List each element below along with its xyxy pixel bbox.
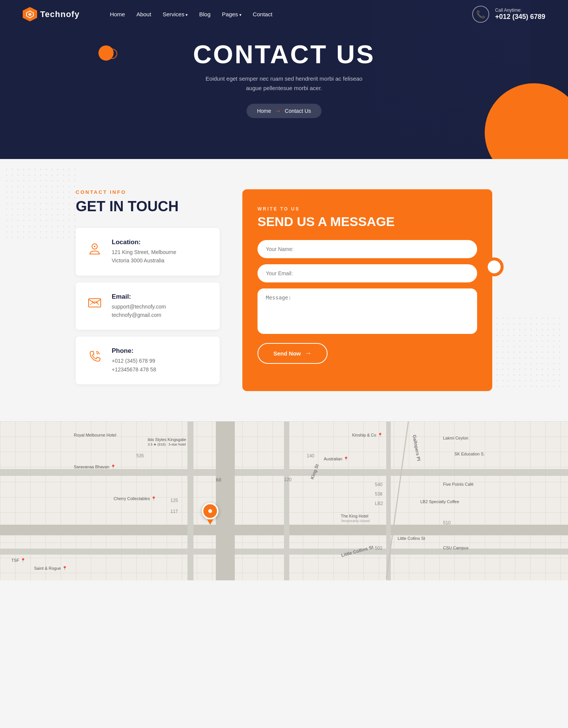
phone-card: Phone: +012 (345) 678 99+12345678 478 58: [76, 337, 220, 384]
location-icon: [85, 239, 104, 257]
email-icon: [85, 293, 104, 312]
submit-arrow-icon: →: [305, 349, 312, 357]
phone-card-icon: [85, 347, 104, 366]
form-small-label: WRITE TO US: [257, 206, 477, 212]
svg-point-1: [94, 246, 95, 247]
map-place-five-points: Five Points Café: [443, 482, 474, 486]
message-input[interactable]: [257, 288, 477, 334]
map-place-sk: SK Education S.: [454, 452, 485, 456]
map-place-saint: Saint & Rogue 📍: [34, 566, 67, 571]
nav-right: 📞 Call Anytime: +012 (345) 6789: [472, 6, 545, 23]
map-place-king-hotel: The King HotelTemporarily closed: [341, 514, 370, 523]
phone-number: +012 (345) 6789: [495, 13, 545, 20]
map-number-117: 117: [170, 509, 178, 514]
map-number-140: 140: [307, 453, 314, 458]
map-background: Royal Melbourne Hotel Saravanaa Bhavan 📍…: [0, 421, 568, 580]
nav-about[interactable]: About: [136, 11, 151, 17]
form-heading: SEND US A MESSAGE: [257, 215, 477, 229]
submit-label: Send Now: [273, 350, 301, 357]
map-place-lb2: LB2 Specialty Coffee: [420, 499, 459, 504]
map-number-lb2: LB2: [375, 501, 383, 506]
breadcrumb-current: Contact Us: [285, 108, 311, 114]
email-addresses: support@technofy.comtechnofy@gmail.com: [112, 302, 166, 320]
map-place-cherry: Cherry Collectables 📍: [114, 496, 156, 501]
logo-icon: [23, 7, 37, 22]
breadcrumb-home[interactable]: Home: [257, 108, 271, 114]
name-input[interactable]: [257, 240, 477, 258]
orange-circle-decoration: [485, 257, 504, 276]
map-place-tsf: TSF 📍: [11, 558, 26, 563]
hero-title: CONTACT US: [193, 41, 375, 67]
map-place-saravanaa: Saravanaa Bhavan 📍: [74, 465, 116, 469]
call-anytime-label: Call Anytime:: [495, 8, 545, 13]
nav-contact[interactable]: Contact: [253, 11, 273, 17]
breadcrumb-separator: →: [275, 108, 281, 114]
contact-inner: CONTACT INFO GET IN TOUCH Location: 121 …: [76, 189, 492, 391]
hero-small-circle-ring: [107, 48, 117, 59]
nav-services[interactable]: Services: [162, 11, 188, 17]
hero-content: CONTACT US Eoidunt eget semper nec ruam …: [193, 41, 375, 118]
map-number-120: 120: [284, 477, 292, 482]
email-input[interactable]: [257, 264, 477, 282]
map-main-marker[interactable]: [202, 503, 218, 525]
map-number-540: 540: [375, 482, 382, 487]
contact-section-label: CONTACT INFO: [76, 189, 220, 195]
map-number-510: 510: [443, 520, 451, 525]
nav-phone-block: Call Anytime: +012 (345) 6789: [495, 8, 545, 21]
phone-numbers: +012 (345) 678 99+12345678 478 58: [112, 357, 156, 374]
nav-pages[interactable]: Pages: [222, 11, 242, 17]
map-number-538: 538: [375, 491, 382, 497]
contact-heading: GET IN TOUCH: [76, 199, 220, 215]
map-place-csu: CSU Campus: [443, 546, 468, 550]
logo[interactable]: Technofy: [23, 7, 80, 22]
email-card: Email: support@technofy.comtechnofy@gmai…: [76, 282, 220, 330]
map-number-502: 502: [375, 546, 382, 551]
location-address: 121 King Street, MelbourneVictoria 3000 …: [112, 248, 176, 265]
phone-title: Phone:: [112, 347, 156, 355]
location-title: Location:: [112, 239, 176, 246]
breadcrumb: Home → Contact Us: [247, 104, 322, 118]
phone-info: Phone: +012 (345) 678 99+12345678 478 58: [112, 347, 156, 374]
location-card: Location: 121 King Street, MelbourneVict…: [76, 228, 220, 276]
dots-pattern-right: [488, 315, 564, 391]
nav-links: Home About Services Blog Pages Contact: [110, 11, 272, 18]
phone-icon: 📞: [472, 6, 489, 23]
road-v1: [187, 421, 193, 580]
submit-button[interactable]: Send Now →: [257, 343, 328, 364]
dots-pattern-left: [4, 167, 80, 242]
brand-name: Technofy: [40, 9, 80, 19]
location-info: Location: 121 King Street, MelbourneVict…: [112, 239, 176, 265]
road-v2: [216, 421, 235, 580]
map-place-little-collins: Little Collins St: [398, 536, 425, 541]
map-place-lakmi: Lakmi Ceylon: [443, 436, 468, 440]
contact-info-left: CONTACT INFO GET IN TOUCH Location: 121 …: [76, 189, 220, 391]
nav-blog[interactable]: Blog: [199, 11, 211, 17]
email-title: Email:: [112, 293, 166, 301]
contact-form-box: WRITE TO US SEND US A MESSAGE Send Now →: [242, 189, 492, 391]
map-section: Royal Melbourne Hotel Saravanaa Bhavan 📍…: [0, 421, 568, 580]
map-place-ibis: ibis Styles Kingsgate3.5 ★ (918) · 3-sta…: [148, 437, 186, 446]
map-place-kinship: Kinship & Co 📍: [352, 433, 383, 438]
hero-subtitle: Eoidunt eget semper nec ruam sed hendrer…: [193, 74, 375, 93]
map-number-125: 125: [170, 498, 178, 503]
map-number-535: 535: [136, 453, 144, 458]
navbar: Technofy Home About Services Blog Pages …: [0, 0, 568, 28]
map-place-royal-melbourne: Royal Melbourne Hotel: [74, 433, 116, 437]
map-place-australian: Australian 📍: [324, 457, 349, 461]
map-number-60: 60: [216, 477, 221, 483]
email-info: Email: support@technofy.comtechnofy@gmai…: [112, 293, 166, 320]
contact-section: CONTACT INFO GET IN TOUCH Location: 121 …: [0, 159, 568, 421]
nav-home[interactable]: Home: [110, 11, 125, 17]
road-v3: [284, 421, 289, 580]
